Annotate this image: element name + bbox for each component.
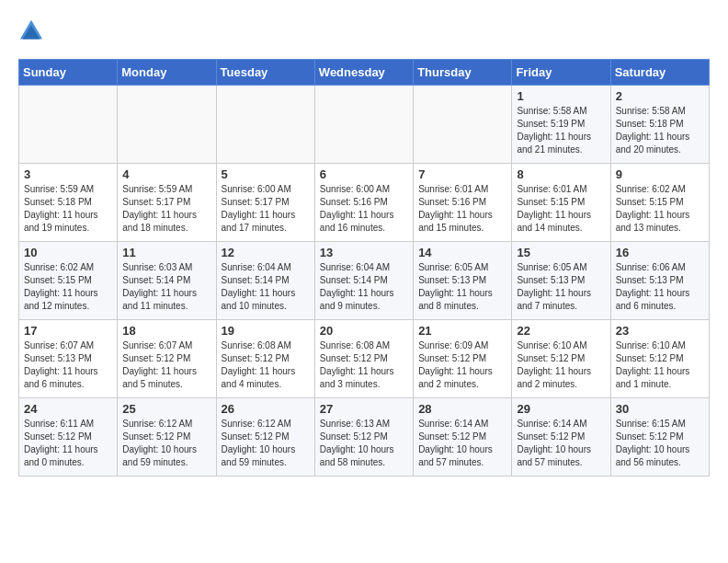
calendar-cell: 19 Sunrise: 6:08 AMSunset: 5:12 PMDaylig… [216, 320, 314, 398]
calendar-cell: 8 Sunrise: 6:01 AMSunset: 5:15 PMDayligh… [512, 164, 610, 242]
calendar-cell: 12 Sunrise: 6:04 AMSunset: 5:14 PMDaylig… [216, 242, 314, 320]
weekday-header-thursday: Thursday [414, 60, 512, 86]
calendar-week-4: 17 Sunrise: 6:07 AMSunset: 5:13 PMDaylig… [19, 320, 710, 398]
calendar-cell: 26 Sunrise: 6:12 AMSunset: 5:12 PMDaylig… [216, 398, 314, 477]
calendar-cell: 25 Sunrise: 6:12 AMSunset: 5:12 PMDaylig… [118, 398, 216, 477]
calendar-cell: 17 Sunrise: 6:07 AMSunset: 5:13 PMDaylig… [19, 320, 118, 398]
calendar-cell: 3 Sunrise: 5:59 AMSunset: 5:18 PMDayligh… [19, 164, 118, 242]
calendar-cell: 22 Sunrise: 6:10 AMSunset: 5:12 PMDaylig… [512, 320, 610, 398]
calendar-cell [118, 86, 216, 164]
day-number: 26 [222, 402, 310, 416]
day-info: Sunrise: 6:03 AMSunset: 5:14 PMDaylight:… [122, 261, 210, 313]
day-number: 25 [122, 402, 210, 416]
day-info: Sunrise: 6:05 AMSunset: 5:13 PMDaylight:… [517, 261, 605, 313]
day-info: Sunrise: 6:08 AMSunset: 5:12 PMDaylight:… [222, 339, 310, 391]
day-info: Sunrise: 6:13 AMSunset: 5:12 PMDaylight:… [320, 418, 408, 469]
day-info: Sunrise: 6:12 AMSunset: 5:12 PMDaylight:… [122, 418, 210, 469]
day-number: 27 [320, 402, 408, 416]
calendar-cell: 10 Sunrise: 6:02 AMSunset: 5:15 PMDaylig… [19, 242, 118, 320]
calendar-cell: 1 Sunrise: 5:58 AMSunset: 5:19 PMDayligh… [512, 86, 610, 164]
day-info: Sunrise: 6:00 AMSunset: 5:17 PMDaylight:… [222, 183, 310, 235]
calendar-cell [414, 86, 512, 164]
weekday-header-tuesday: Tuesday [216, 60, 314, 86]
calendar-cell: 2 Sunrise: 5:58 AMSunset: 5:18 PMDayligh… [610, 86, 709, 164]
weekday-header-sunday: Sunday [19, 60, 118, 86]
day-info: Sunrise: 6:11 AMSunset: 5:12 PMDaylight:… [24, 418, 112, 469]
day-number: 30 [616, 402, 704, 416]
day-number: 3 [24, 167, 112, 181]
calendar-cell: 13 Sunrise: 6:04 AMSunset: 5:14 PMDaylig… [314, 242, 413, 320]
weekday-header-monday: Monday [118, 60, 216, 86]
calendar-cell [216, 86, 314, 164]
day-number: 11 [122, 246, 210, 259]
day-info: Sunrise: 5:58 AMSunset: 5:19 PMDaylight:… [517, 105, 605, 156]
calendar-cell: 29 Sunrise: 6:14 AMSunset: 5:12 PMDaylig… [512, 398, 610, 477]
day-number: 23 [616, 324, 704, 338]
day-number: 1 [517, 89, 605, 103]
calendar-week-1: 1 Sunrise: 5:58 AMSunset: 5:19 PMDayligh… [19, 86, 710, 164]
day-number: 9 [616, 167, 704, 181]
calendar-cell [314, 86, 413, 164]
day-number: 16 [616, 246, 704, 259]
calendar-cell: 21 Sunrise: 6:09 AMSunset: 5:12 PMDaylig… [414, 320, 512, 398]
weekday-header-row: SundayMondayTuesdayWednesdayThursdayFrid… [19, 60, 710, 86]
calendar-cell: 5 Sunrise: 6:00 AMSunset: 5:17 PMDayligh… [216, 164, 314, 242]
page-header [18, 18, 710, 44]
calendar-cell: 15 Sunrise: 6:05 AMSunset: 5:13 PMDaylig… [512, 242, 610, 320]
day-number: 14 [418, 246, 506, 259]
day-number: 5 [222, 167, 310, 181]
day-number: 8 [517, 167, 605, 181]
calendar-cell: 9 Sunrise: 6:02 AMSunset: 5:15 PMDayligh… [610, 164, 709, 242]
day-info: Sunrise: 6:00 AMSunset: 5:16 PMDaylight:… [320, 183, 408, 235]
day-number: 10 [24, 246, 112, 259]
calendar-cell [19, 86, 118, 164]
day-number: 20 [320, 324, 408, 338]
day-info: Sunrise: 6:10 AMSunset: 5:12 PMDaylight:… [517, 339, 605, 391]
day-info: Sunrise: 6:04 AMSunset: 5:14 PMDaylight:… [222, 261, 310, 313]
calendar-cell: 14 Sunrise: 6:05 AMSunset: 5:13 PMDaylig… [414, 242, 512, 320]
day-info: Sunrise: 6:04 AMSunset: 5:14 PMDaylight:… [320, 261, 408, 313]
day-number: 2 [616, 89, 704, 103]
day-number: 19 [222, 324, 310, 338]
day-number: 21 [418, 324, 506, 338]
day-number: 4 [122, 167, 210, 181]
day-number: 12 [222, 246, 310, 259]
day-info: Sunrise: 6:09 AMSunset: 5:12 PMDaylight:… [418, 339, 506, 391]
weekday-header-wednesday: Wednesday [314, 60, 413, 86]
calendar-cell: 27 Sunrise: 6:13 AMSunset: 5:12 PMDaylig… [314, 398, 413, 477]
calendar-cell: 28 Sunrise: 6:14 AMSunset: 5:12 PMDaylig… [414, 398, 512, 477]
calendar-cell: 30 Sunrise: 6:15 AMSunset: 5:12 PMDaylig… [610, 398, 709, 477]
calendar-cell: 4 Sunrise: 5:59 AMSunset: 5:17 PMDayligh… [118, 164, 216, 242]
weekday-header-saturday: Saturday [610, 60, 709, 86]
day-info: Sunrise: 6:15 AMSunset: 5:12 PMDaylight:… [616, 418, 704, 469]
day-number: 6 [320, 167, 408, 181]
day-info: Sunrise: 6:07 AMSunset: 5:12 PMDaylight:… [122, 339, 210, 391]
day-info: Sunrise: 6:14 AMSunset: 5:12 PMDaylight:… [418, 418, 506, 469]
day-number: 28 [418, 402, 506, 416]
day-info: Sunrise: 6:10 AMSunset: 5:12 PMDaylight:… [616, 339, 704, 391]
day-info: Sunrise: 6:14 AMSunset: 5:12 PMDaylight:… [517, 418, 605, 469]
day-number: 29 [517, 402, 605, 416]
calendar-cell: 24 Sunrise: 6:11 AMSunset: 5:12 PMDaylig… [19, 398, 118, 477]
day-number: 18 [122, 324, 210, 338]
day-number: 15 [517, 246, 605, 259]
calendar-cell: 11 Sunrise: 6:03 AMSunset: 5:14 PMDaylig… [118, 242, 216, 320]
calendar-cell: 20 Sunrise: 6:08 AMSunset: 5:12 PMDaylig… [314, 320, 413, 398]
calendar-cell: 7 Sunrise: 6:01 AMSunset: 5:16 PMDayligh… [414, 164, 512, 242]
day-info: Sunrise: 6:01 AMSunset: 5:15 PMDaylight:… [517, 183, 605, 235]
day-info: Sunrise: 6:12 AMSunset: 5:12 PMDaylight:… [222, 418, 310, 469]
calendar-cell: 16 Sunrise: 6:06 AMSunset: 5:13 PMDaylig… [610, 242, 709, 320]
day-number: 7 [418, 167, 506, 181]
calendar-cell: 23 Sunrise: 6:10 AMSunset: 5:12 PMDaylig… [610, 320, 709, 398]
calendar-table: SundayMondayTuesdayWednesdayThursdayFrid… [18, 59, 710, 477]
day-info: Sunrise: 6:02 AMSunset: 5:15 PMDaylight:… [24, 261, 112, 313]
weekday-header-friday: Friday [512, 60, 610, 86]
calendar-week-5: 24 Sunrise: 6:11 AMSunset: 5:12 PMDaylig… [19, 398, 710, 477]
logo-icon [18, 18, 44, 44]
day-info: Sunrise: 5:58 AMSunset: 5:18 PMDaylight:… [616, 105, 704, 156]
day-info: Sunrise: 5:59 AMSunset: 5:17 PMDaylight:… [122, 183, 210, 235]
calendar-week-2: 3 Sunrise: 5:59 AMSunset: 5:18 PMDayligh… [19, 164, 710, 242]
calendar-cell: 6 Sunrise: 6:00 AMSunset: 5:16 PMDayligh… [314, 164, 413, 242]
day-info: Sunrise: 5:59 AMSunset: 5:18 PMDaylight:… [24, 183, 112, 235]
day-info: Sunrise: 6:07 AMSunset: 5:13 PMDaylight:… [24, 339, 112, 391]
